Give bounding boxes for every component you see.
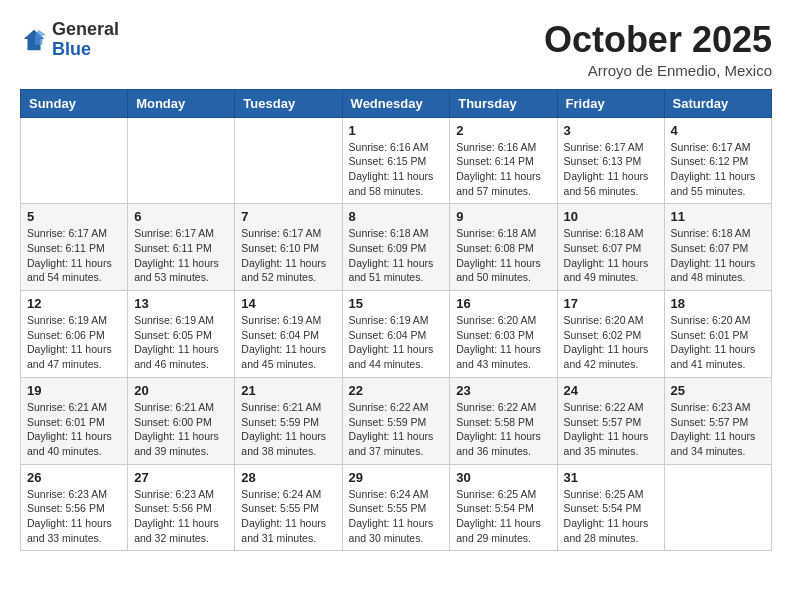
calendar-cell: 31Sunrise: 6:25 AM Sunset: 5:54 PM Dayli…: [557, 464, 664, 551]
weekday-header: Wednesday: [342, 89, 450, 117]
day-number: 8: [349, 209, 444, 224]
calendar-cell: 17Sunrise: 6:20 AM Sunset: 6:02 PM Dayli…: [557, 291, 664, 378]
day-number: 2: [456, 123, 550, 138]
calendar-cell: 23Sunrise: 6:22 AM Sunset: 5:58 PM Dayli…: [450, 377, 557, 464]
calendar-cell: 25Sunrise: 6:23 AM Sunset: 5:57 PM Dayli…: [664, 377, 771, 464]
calendar-week-row: 19Sunrise: 6:21 AM Sunset: 6:01 PM Dayli…: [21, 377, 772, 464]
day-info: Sunrise: 6:17 AM Sunset: 6:11 PM Dayligh…: [27, 226, 121, 285]
logo: General Blue: [20, 20, 119, 60]
day-number: 11: [671, 209, 765, 224]
day-number: 4: [671, 123, 765, 138]
calendar-cell: 18Sunrise: 6:20 AM Sunset: 6:01 PM Dayli…: [664, 291, 771, 378]
day-info: Sunrise: 6:23 AM Sunset: 5:57 PM Dayligh…: [671, 400, 765, 459]
day-number: 15: [349, 296, 444, 311]
calendar-cell: [235, 117, 342, 204]
calendar-cell: 30Sunrise: 6:25 AM Sunset: 5:54 PM Dayli…: [450, 464, 557, 551]
day-info: Sunrise: 6:18 AM Sunset: 6:07 PM Dayligh…: [671, 226, 765, 285]
calendar-cell: 10Sunrise: 6:18 AM Sunset: 6:07 PM Dayli…: [557, 204, 664, 291]
day-number: 22: [349, 383, 444, 398]
calendar-week-row: 12Sunrise: 6:19 AM Sunset: 6:06 PM Dayli…: [21, 291, 772, 378]
day-number: 13: [134, 296, 228, 311]
day-number: 6: [134, 209, 228, 224]
calendar-cell: 5Sunrise: 6:17 AM Sunset: 6:11 PM Daylig…: [21, 204, 128, 291]
day-info: Sunrise: 6:23 AM Sunset: 5:56 PM Dayligh…: [27, 487, 121, 546]
day-info: Sunrise: 6:20 AM Sunset: 6:01 PM Dayligh…: [671, 313, 765, 372]
day-number: 5: [27, 209, 121, 224]
location-title: Arroyo de Enmedio, Mexico: [544, 62, 772, 79]
day-info: Sunrise: 6:25 AM Sunset: 5:54 PM Dayligh…: [564, 487, 658, 546]
day-info: Sunrise: 6:20 AM Sunset: 6:03 PM Dayligh…: [456, 313, 550, 372]
title-area: October 2025 Arroyo de Enmedio, Mexico: [544, 20, 772, 79]
day-number: 19: [27, 383, 121, 398]
calendar-header-row: SundayMondayTuesdayWednesdayThursdayFrid…: [21, 89, 772, 117]
logo-general: General: [52, 19, 119, 39]
calendar-cell: 15Sunrise: 6:19 AM Sunset: 6:04 PM Dayli…: [342, 291, 450, 378]
day-info: Sunrise: 6:17 AM Sunset: 6:13 PM Dayligh…: [564, 140, 658, 199]
day-info: Sunrise: 6:19 AM Sunset: 6:04 PM Dayligh…: [349, 313, 444, 372]
day-info: Sunrise: 6:18 AM Sunset: 6:08 PM Dayligh…: [456, 226, 550, 285]
day-info: Sunrise: 6:16 AM Sunset: 6:15 PM Dayligh…: [349, 140, 444, 199]
day-info: Sunrise: 6:21 AM Sunset: 6:01 PM Dayligh…: [27, 400, 121, 459]
day-number: 28: [241, 470, 335, 485]
calendar-cell: 20Sunrise: 6:21 AM Sunset: 6:00 PM Dayli…: [128, 377, 235, 464]
day-number: 9: [456, 209, 550, 224]
calendar-cell: [128, 117, 235, 204]
day-info: Sunrise: 6:21 AM Sunset: 5:59 PM Dayligh…: [241, 400, 335, 459]
calendar-cell: 27Sunrise: 6:23 AM Sunset: 5:56 PM Dayli…: [128, 464, 235, 551]
day-number: 27: [134, 470, 228, 485]
calendar-cell: 28Sunrise: 6:24 AM Sunset: 5:55 PM Dayli…: [235, 464, 342, 551]
logo-blue: Blue: [52, 39, 91, 59]
logo-text: General Blue: [52, 20, 119, 60]
weekday-header: Saturday: [664, 89, 771, 117]
calendar-cell: 16Sunrise: 6:20 AM Sunset: 6:03 PM Dayli…: [450, 291, 557, 378]
calendar-cell: 12Sunrise: 6:19 AM Sunset: 6:06 PM Dayli…: [21, 291, 128, 378]
day-info: Sunrise: 6:22 AM Sunset: 5:58 PM Dayligh…: [456, 400, 550, 459]
day-number: 23: [456, 383, 550, 398]
calendar-cell: 13Sunrise: 6:19 AM Sunset: 6:05 PM Dayli…: [128, 291, 235, 378]
day-info: Sunrise: 6:17 AM Sunset: 6:11 PM Dayligh…: [134, 226, 228, 285]
day-number: 3: [564, 123, 658, 138]
day-info: Sunrise: 6:19 AM Sunset: 6:06 PM Dayligh…: [27, 313, 121, 372]
calendar-cell: 19Sunrise: 6:21 AM Sunset: 6:01 PM Dayli…: [21, 377, 128, 464]
calendar-cell: 9Sunrise: 6:18 AM Sunset: 6:08 PM Daylig…: [450, 204, 557, 291]
day-number: 24: [564, 383, 658, 398]
day-info: Sunrise: 6:25 AM Sunset: 5:54 PM Dayligh…: [456, 487, 550, 546]
calendar-table: SundayMondayTuesdayWednesdayThursdayFrid…: [20, 89, 772, 552]
day-number: 17: [564, 296, 658, 311]
calendar-cell: 3Sunrise: 6:17 AM Sunset: 6:13 PM Daylig…: [557, 117, 664, 204]
day-info: Sunrise: 6:24 AM Sunset: 5:55 PM Dayligh…: [241, 487, 335, 546]
svg-marker-1: [35, 30, 46, 45]
day-number: 14: [241, 296, 335, 311]
day-number: 16: [456, 296, 550, 311]
calendar-week-row: 5Sunrise: 6:17 AM Sunset: 6:11 PM Daylig…: [21, 204, 772, 291]
day-number: 10: [564, 209, 658, 224]
calendar-week-row: 26Sunrise: 6:23 AM Sunset: 5:56 PM Dayli…: [21, 464, 772, 551]
day-info: Sunrise: 6:23 AM Sunset: 5:56 PM Dayligh…: [134, 487, 228, 546]
page-header: General Blue October 2025 Arroyo de Enme…: [20, 20, 772, 79]
day-info: Sunrise: 6:20 AM Sunset: 6:02 PM Dayligh…: [564, 313, 658, 372]
day-info: Sunrise: 6:17 AM Sunset: 6:10 PM Dayligh…: [241, 226, 335, 285]
day-info: Sunrise: 6:16 AM Sunset: 6:14 PM Dayligh…: [456, 140, 550, 199]
calendar-week-row: 1Sunrise: 6:16 AM Sunset: 6:15 PM Daylig…: [21, 117, 772, 204]
weekday-header: Sunday: [21, 89, 128, 117]
day-info: Sunrise: 6:22 AM Sunset: 5:59 PM Dayligh…: [349, 400, 444, 459]
calendar-cell: 1Sunrise: 6:16 AM Sunset: 6:15 PM Daylig…: [342, 117, 450, 204]
day-number: 18: [671, 296, 765, 311]
day-number: 26: [27, 470, 121, 485]
calendar-cell: 22Sunrise: 6:22 AM Sunset: 5:59 PM Dayli…: [342, 377, 450, 464]
day-number: 12: [27, 296, 121, 311]
calendar-cell: 29Sunrise: 6:24 AM Sunset: 5:55 PM Dayli…: [342, 464, 450, 551]
day-number: 1: [349, 123, 444, 138]
day-info: Sunrise: 6:21 AM Sunset: 6:00 PM Dayligh…: [134, 400, 228, 459]
day-number: 7: [241, 209, 335, 224]
weekday-header: Tuesday: [235, 89, 342, 117]
calendar-cell: 11Sunrise: 6:18 AM Sunset: 6:07 PM Dayli…: [664, 204, 771, 291]
calendar-cell: 24Sunrise: 6:22 AM Sunset: 5:57 PM Dayli…: [557, 377, 664, 464]
calendar-cell: [664, 464, 771, 551]
logo-icon: [20, 26, 48, 54]
day-info: Sunrise: 6:22 AM Sunset: 5:57 PM Dayligh…: [564, 400, 658, 459]
calendar-cell: 21Sunrise: 6:21 AM Sunset: 5:59 PM Dayli…: [235, 377, 342, 464]
calendar-cell: 26Sunrise: 6:23 AM Sunset: 5:56 PM Dayli…: [21, 464, 128, 551]
day-info: Sunrise: 6:17 AM Sunset: 6:12 PM Dayligh…: [671, 140, 765, 199]
calendar-cell: 2Sunrise: 6:16 AM Sunset: 6:14 PM Daylig…: [450, 117, 557, 204]
